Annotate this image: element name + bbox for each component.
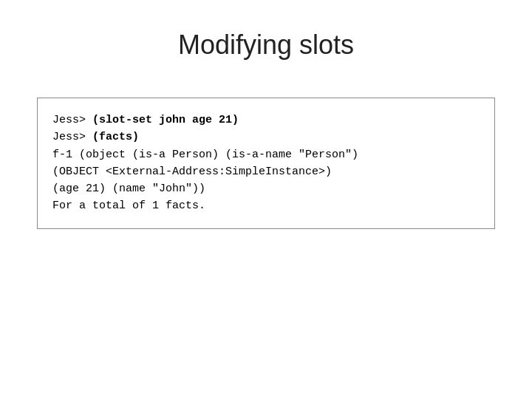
line1-command: (slot-set john age 21)	[92, 114, 239, 126]
line2-command: (facts)	[92, 131, 139, 143]
line2-prefix: Jess>	[52, 131, 92, 143]
line1-prefix: Jess>	[52, 114, 92, 126]
page-title: Modifying slots	[178, 30, 354, 61]
line4: (OBJECT <External-Address:SimpleInstance…	[52, 166, 332, 178]
line6: For a total of 1 facts.	[52, 200, 205, 212]
line3: f-1 (object (is-a Person) (is-a-name "Pe…	[52, 149, 358, 161]
line5: (age 21) (name "John"))	[52, 183, 205, 195]
code-block: Jess> (slot-set john age 21) Jess> (fact…	[37, 98, 495, 229]
code-content: Jess> (slot-set john age 21) Jess> (fact…	[52, 112, 480, 215]
